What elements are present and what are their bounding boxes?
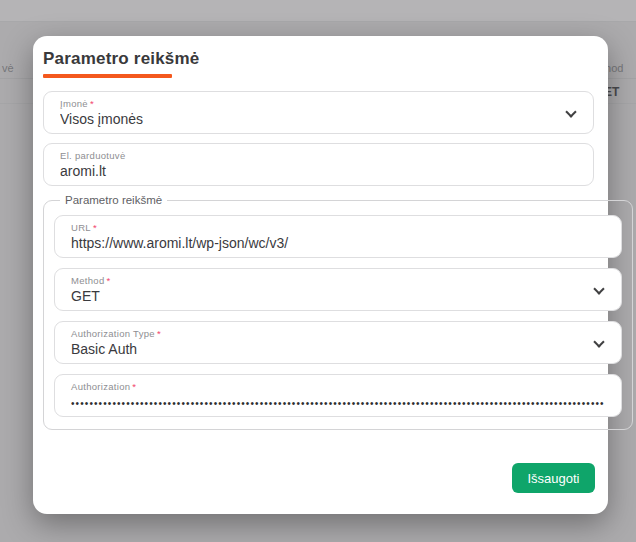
authorization-type-label: Authorization Type: [71, 328, 155, 339]
required-asterisk: *: [90, 98, 94, 109]
authorization-type-select[interactable]: Authorization Type* Basic Auth: [54, 321, 622, 364]
method-select[interactable]: Method* GET: [54, 268, 622, 311]
eshop-input[interactable]: El. parduotuvė aromi.lt: [43, 143, 594, 186]
background-column-header-fragment: vė: [2, 62, 14, 74]
background-top-bar: [0, 0, 636, 22]
required-asterisk: *: [132, 381, 136, 392]
parameter-value-fieldset: Parametro reikšmė URL* https://www.aromi…: [43, 194, 633, 430]
company-select[interactable]: Įmonė* Visos įmonės: [43, 91, 594, 134]
url-input[interactable]: URL* https://www.aromi.lt/wp-json/wc/v3/: [54, 215, 622, 258]
authorization-label: Authorization: [71, 381, 130, 392]
method-value: GET: [71, 288, 605, 304]
eshop-value: aromi.lt: [60, 163, 577, 179]
url-label: URL: [71, 222, 91, 233]
fieldset-legend: Parametro reikšmė: [60, 194, 167, 206]
authorization-masked-value: ••••••••••••••••••••••••••••••••••••••••…: [71, 398, 605, 409]
authorization-type-value: Basic Auth: [71, 341, 605, 357]
modal-title: Parametro reikšmė: [43, 49, 200, 69]
company-value: Visos įmonės: [60, 111, 577, 127]
method-label: Method: [71, 275, 105, 286]
required-asterisk: *: [107, 275, 111, 286]
title-accent-underline: [43, 74, 172, 78]
save-button[interactable]: Išsaugoti: [512, 463, 595, 493]
required-asterisk: *: [157, 328, 161, 339]
company-label: Įmonė: [60, 98, 88, 109]
parameter-value-modal: Parametro reikšmė ✕ Įmonė* Visos įmonės …: [33, 36, 608, 514]
url-value: https://www.aromi.lt/wp-json/wc/v3/: [71, 235, 605, 251]
authorization-input[interactable]: Authorization* •••••••••••••••••••••••••…: [54, 374, 622, 417]
eshop-label: El. parduotuvė: [60, 150, 125, 161]
required-asterisk: *: [93, 222, 97, 233]
